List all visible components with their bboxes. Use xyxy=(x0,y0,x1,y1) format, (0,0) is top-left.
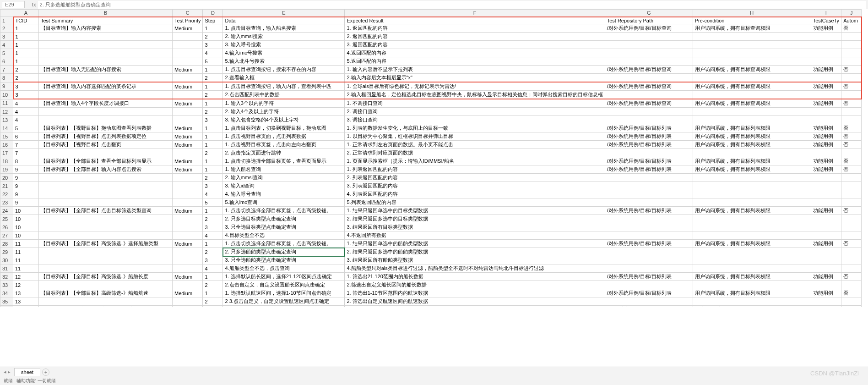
cell-J4[interactable] xyxy=(841,41,862,49)
cell-E30[interactable]: 3. 只全选船舶类型点击确定查询 xyxy=(223,256,345,264)
cell-F24[interactable]: 1. 结果只返回单选中的目标类型数据 xyxy=(345,207,605,215)
cell-E5[interactable]: 4.输入imo号搜索 xyxy=(223,49,345,57)
cell-A27[interactable]: 10 xyxy=(13,231,39,240)
cell-I20[interactable] xyxy=(811,174,841,182)
cell-E7[interactable]: 1. 点击目标查询按钮，搜索不存在的内容 xyxy=(223,66,345,74)
cell-F36[interactable]: 1. 提示：请出入结束航向 xyxy=(345,306,605,308)
cell-H23[interactable] xyxy=(693,198,811,207)
cell-F4[interactable]: 3. 返回匹配的内容 xyxy=(345,41,605,49)
cell-I13[interactable] xyxy=(811,116,841,124)
cell-D27[interactable]: 4 xyxy=(203,231,223,240)
cell-G4[interactable] xyxy=(605,41,693,49)
cell-F10[interactable]: 2.输入框回显船名，定位框选此目标在底图视野中央，鼠标移入显示目标相关信息；同时… xyxy=(345,91,605,99)
cell-A10[interactable]: 3 xyxy=(13,91,39,99)
cell-G2[interactable]: /对外系统用例/目标/目标查询 xyxy=(605,24,693,33)
cell-E2[interactable]: 1. 点击目标查询，输入船名搜索 xyxy=(223,24,345,33)
cell-I26[interactable] xyxy=(811,223,841,231)
cell-F21[interactable]: 3. 列表返回匹配的内容 xyxy=(345,182,605,190)
cell-I23[interactable] xyxy=(811,198,841,207)
cell-A36[interactable]: 14 xyxy=(13,306,39,308)
cell-F5[interactable]: 4.返回匹配的内容 xyxy=(345,49,605,57)
cell-I30[interactable] xyxy=(811,256,841,264)
cell-J28[interactable]: 否 xyxy=(841,240,862,248)
row-header-16[interactable]: 16 xyxy=(0,141,13,149)
cell-A17[interactable]: 7 xyxy=(13,149,39,157)
cell-B13[interactable] xyxy=(39,116,173,124)
row-header-21[interactable]: 21 xyxy=(0,182,13,190)
cell-D11[interactable]: 1 xyxy=(203,99,223,108)
cell-H29[interactable] xyxy=(693,248,811,256)
cell-D34[interactable]: 1 xyxy=(203,289,223,297)
cell-G24[interactable]: /对外系统用例/目标/目标列表 xyxy=(605,207,693,215)
row-header-36[interactable]: 36 xyxy=(0,306,13,308)
cell-E13[interactable]: 3. 输入包含空格的4个及以上字符 xyxy=(223,116,345,124)
cell-G16[interactable]: /对外系统用例/目标/目标列表 xyxy=(605,141,693,149)
cell-D10[interactable]: 2 xyxy=(203,91,223,99)
cell-E11[interactable]: 1. 输入3个以内的字符 xyxy=(223,99,345,108)
cell-J8[interactable] xyxy=(841,74,862,82)
cell-C10[interactable] xyxy=(173,91,203,99)
corner-cell[interactable] xyxy=(0,10,13,17)
cell-C14[interactable]: Medium xyxy=(173,124,203,132)
cell-H19[interactable]: 用户访问系统，拥有目标列表权限 xyxy=(693,165,811,174)
row-header-33[interactable]: 33 xyxy=(0,281,13,289)
cell-F29[interactable]: 2. 结果只返回多选中的船舶类型数据 xyxy=(345,248,605,256)
row-header-7[interactable]: 7 xyxy=(0,66,13,74)
cell-H31[interactable] xyxy=(693,264,811,273)
cell-D5[interactable]: 4 xyxy=(203,49,223,57)
cell-E8[interactable]: 2.查看输入框 xyxy=(223,74,345,82)
cell-G19[interactable]: /对外系统用例/目标/目标列表 xyxy=(605,165,693,174)
cell-D28[interactable]: 1 xyxy=(203,240,223,248)
cell-F8[interactable]: 2.输入内容后文本框后显示"x" xyxy=(345,74,605,82)
cell-A24[interactable]: 10 xyxy=(13,207,39,215)
cell-H12[interactable] xyxy=(693,108,811,116)
cell-F22[interactable]: 4. 列表返回匹配的内容 xyxy=(345,190,605,198)
cell-G12[interactable] xyxy=(605,108,693,116)
cell-J22[interactable] xyxy=(841,190,862,198)
cell-I8[interactable] xyxy=(811,74,841,82)
cell-C7[interactable]: Medium xyxy=(173,66,203,74)
cell-C12[interactable] xyxy=(173,108,203,116)
cell-H36[interactable]: 用户访问系统，拥有目标列表权限 xyxy=(693,306,811,308)
cell-A34[interactable]: 13 xyxy=(13,289,39,297)
row-header-9[interactable]: 9 xyxy=(0,82,13,91)
row-header-25[interactable]: 25 xyxy=(0,215,13,223)
cell-B5[interactable] xyxy=(39,49,173,57)
cell-I33[interactable] xyxy=(811,281,841,289)
cell-G5[interactable] xyxy=(605,49,693,57)
row-header-4[interactable]: 4 xyxy=(0,41,13,49)
cell-D29[interactable]: 2 xyxy=(203,248,223,256)
col-header-A[interactable]: A xyxy=(13,10,39,17)
cell-G30[interactable] xyxy=(605,256,693,264)
cell-J31[interactable] xyxy=(841,264,862,273)
cell-G36[interactable]: /对外系统用例/目标/目标列表 xyxy=(605,306,693,308)
row-header-23[interactable]: 23 xyxy=(0,198,13,207)
cell-H9[interactable]: 用户访问系统，拥有目标查询权限 xyxy=(693,82,811,91)
cell-H34[interactable]: 用户访问系统，拥有目标列表权限 xyxy=(693,289,811,297)
formula-input[interactable]: 2. 只多选船舶类型点击确定查询 xyxy=(38,1,866,9)
cell-F2[interactable]: 1. 返回匹配的内容 xyxy=(345,24,605,33)
cell-I18[interactable]: 功能用例 xyxy=(811,157,841,165)
cell-B29[interactable] xyxy=(39,248,173,256)
cell-B23[interactable] xyxy=(39,198,173,207)
cell-C17[interactable] xyxy=(173,149,203,157)
cell-A9[interactable]: 3 xyxy=(13,82,39,91)
cell-E10[interactable]: 2.点击匹配列表中的数据 xyxy=(223,91,345,99)
cell-G33[interactable] xyxy=(605,281,693,289)
cell-E28[interactable]: 1. 点击切换选择全部目标页签，点击高级按钮。 xyxy=(223,240,345,248)
cell-A12[interactable]: 4 xyxy=(13,108,39,116)
col-header-I[interactable]: I xyxy=(811,10,841,17)
cell-C25[interactable] xyxy=(173,215,203,223)
cell-D36[interactable]: 1 xyxy=(203,306,223,308)
cell-G28[interactable]: /对外系统用例/目标/目标列表 xyxy=(605,240,693,248)
cell-F32[interactable]: 1. 筛选出21-120范围内的船长数据 xyxy=(345,273,605,281)
cell-A1[interactable]: TCID xyxy=(13,17,39,24)
cell-H6[interactable] xyxy=(693,57,811,66)
cell-H32[interactable]: 用户访问系统，拥有目标列表权限 xyxy=(693,273,811,281)
cell-G22[interactable] xyxy=(605,190,693,198)
cell-D9[interactable]: 1 xyxy=(203,82,223,91)
cell-H15[interactable]: 用户访问系统，拥有目标列表权限 xyxy=(693,132,811,141)
cell-G18[interactable]: /对外系统用例/目标/目标列表 xyxy=(605,157,693,165)
cell-I1[interactable]: TestCaseTy xyxy=(811,17,841,24)
cell-B24[interactable]: 【目标列表】【全部目标】点击目标筛选类型查询 xyxy=(39,207,173,215)
